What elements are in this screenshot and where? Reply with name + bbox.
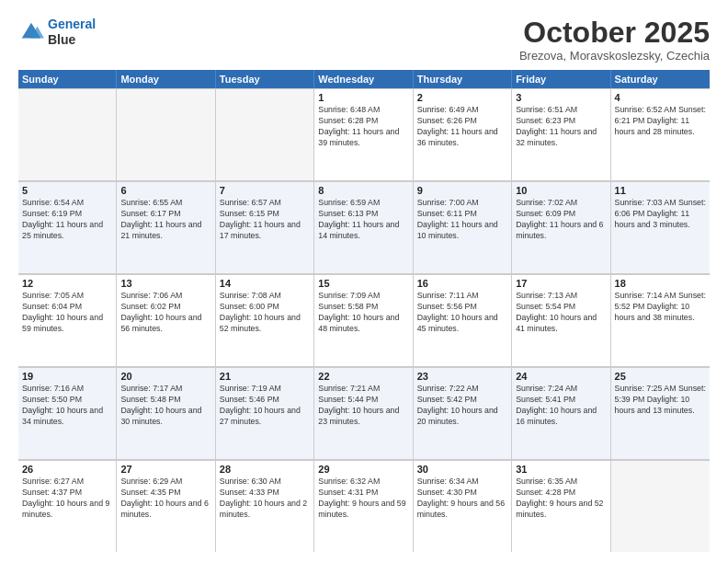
- day-info: Sunrise: 6:59 AM Sunset: 6:13 PM Dayligh…: [318, 198, 408, 242]
- day-cell-6: 6Sunrise: 6:55 AM Sunset: 6:17 PM Daylig…: [117, 181, 215, 273]
- day-info: Sunrise: 6:34 AM Sunset: 4:30 PM Dayligh…: [417, 477, 507, 521]
- day-info: Sunrise: 6:52 AM Sunset: 6:21 PM Dayligh…: [615, 105, 706, 138]
- day-number: 23: [417, 371, 507, 382]
- day-info: Sunrise: 6:32 AM Sunset: 4:31 PM Dayligh…: [318, 477, 408, 521]
- day-number: 15: [318, 278, 408, 289]
- day-info: Sunrise: 7:16 AM Sunset: 5:50 PM Dayligh…: [22, 384, 112, 428]
- day-info: Sunrise: 7:03 AM Sunset: 6:06 PM Dayligh…: [615, 198, 706, 231]
- day-cell-20: 20Sunrise: 7:17 AM Sunset: 5:48 PM Dayli…: [117, 367, 215, 459]
- calendar: SundayMondayTuesdayWednesdayThursdayFrid…: [18, 70, 710, 552]
- day-cell-10: 10Sunrise: 7:02 AM Sunset: 6:09 PM Dayli…: [512, 181, 610, 273]
- day-info: Sunrise: 7:05 AM Sunset: 6:04 PM Dayligh…: [22, 291, 112, 335]
- empty-cell-w4c6: [611, 460, 710, 552]
- empty-cell-w0c0: [18, 88, 117, 180]
- day-info: Sunrise: 6:54 AM Sunset: 6:19 PM Dayligh…: [22, 198, 112, 242]
- day-cell-4: 4Sunrise: 6:52 AM Sunset: 6:21 PM Daylig…: [611, 88, 710, 180]
- day-cell-16: 16Sunrise: 7:11 AM Sunset: 5:56 PM Dayli…: [414, 274, 512, 366]
- day-info: Sunrise: 7:13 AM Sunset: 5:54 PM Dayligh…: [516, 291, 606, 335]
- weekday-header-wednesday: Wednesday: [314, 70, 413, 88]
- day-info: Sunrise: 7:08 AM Sunset: 6:00 PM Dayligh…: [220, 291, 310, 335]
- weekday-header-thursday: Thursday: [414, 70, 512, 88]
- day-cell-14: 14Sunrise: 7:08 AM Sunset: 6:00 PM Dayli…: [216, 274, 314, 366]
- logo: General Blue: [18, 17, 96, 48]
- day-info: Sunrise: 7:25 AM Sunset: 5:39 PM Dayligh…: [615, 384, 706, 417]
- day-number: 29: [318, 464, 408, 475]
- day-number: 7: [220, 185, 310, 196]
- day-cell-25: 25Sunrise: 7:25 AM Sunset: 5:39 PM Dayli…: [611, 367, 710, 459]
- week-row-4: 19Sunrise: 7:16 AM Sunset: 5:50 PM Dayli…: [18, 367, 710, 460]
- day-info: Sunrise: 7:21 AM Sunset: 5:44 PM Dayligh…: [318, 384, 408, 428]
- day-info: Sunrise: 7:24 AM Sunset: 5:41 PM Dayligh…: [516, 384, 606, 428]
- day-info: Sunrise: 6:57 AM Sunset: 6:15 PM Dayligh…: [220, 198, 310, 242]
- day-number: 14: [220, 278, 310, 289]
- day-number: 9: [417, 185, 507, 196]
- day-cell-24: 24Sunrise: 7:24 AM Sunset: 5:41 PM Dayli…: [512, 367, 610, 459]
- day-cell-30: 30Sunrise: 6:34 AM Sunset: 4:30 PM Dayli…: [414, 460, 512, 552]
- day-number: 6: [120, 185, 210, 196]
- day-cell-28: 28Sunrise: 6:30 AM Sunset: 4:33 PM Dayli…: [216, 460, 314, 552]
- day-number: 31: [516, 464, 606, 475]
- day-cell-26: 26Sunrise: 6:27 AM Sunset: 4:37 PM Dayli…: [18, 460, 117, 552]
- day-cell-9: 9Sunrise: 7:00 AM Sunset: 6:11 PM Daylig…: [414, 181, 512, 273]
- day-cell-17: 17Sunrise: 7:13 AM Sunset: 5:54 PM Dayli…: [512, 274, 610, 366]
- day-number: 16: [417, 278, 507, 289]
- day-cell-11: 11Sunrise: 7:03 AM Sunset: 6:06 PM Dayli…: [611, 181, 710, 273]
- logo-text: General Blue: [48, 17, 96, 48]
- calendar-header: SundayMondayTuesdayWednesdayThursdayFrid…: [18, 70, 710, 88]
- day-cell-12: 12Sunrise: 7:05 AM Sunset: 6:04 PM Dayli…: [18, 274, 117, 366]
- day-number: 3: [516, 92, 606, 103]
- day-cell-23: 23Sunrise: 7:22 AM Sunset: 5:42 PM Dayli…: [414, 367, 512, 459]
- day-number: 26: [22, 464, 112, 475]
- day-info: Sunrise: 6:48 AM Sunset: 6:28 PM Dayligh…: [318, 105, 408, 149]
- day-number: 27: [120, 464, 210, 475]
- day-cell-18: 18Sunrise: 7:14 AM Sunset: 5:52 PM Dayli…: [611, 274, 710, 366]
- day-info: Sunrise: 6:29 AM Sunset: 4:35 PM Dayligh…: [120, 477, 210, 521]
- day-info: Sunrise: 6:30 AM Sunset: 4:33 PM Dayligh…: [220, 477, 310, 521]
- day-info: Sunrise: 7:09 AM Sunset: 5:58 PM Dayligh…: [318, 291, 408, 335]
- day-number: 8: [318, 185, 408, 196]
- logo-line2: Blue: [48, 32, 96, 48]
- day-number: 10: [516, 185, 606, 196]
- day-cell-13: 13Sunrise: 7:06 AM Sunset: 6:02 PM Dayli…: [117, 274, 215, 366]
- day-number: 17: [516, 278, 606, 289]
- day-cell-3: 3Sunrise: 6:51 AM Sunset: 6:23 PM Daylig…: [512, 88, 610, 180]
- day-number: 25: [615, 371, 706, 382]
- weekday-header-monday: Monday: [117, 70, 215, 88]
- week-row-1: 1Sunrise: 6:48 AM Sunset: 6:28 PM Daylig…: [18, 88, 710, 181]
- day-number: 22: [318, 371, 408, 382]
- day-info: Sunrise: 6:51 AM Sunset: 6:23 PM Dayligh…: [516, 105, 606, 149]
- day-number: 1: [318, 92, 408, 103]
- day-number: 21: [220, 371, 310, 382]
- day-number: 13: [120, 278, 210, 289]
- title-block: October 2025 Brezova, Moravskoslezsky, C…: [519, 17, 710, 63]
- day-number: 20: [120, 371, 210, 382]
- weekday-header-saturday: Saturday: [611, 70, 710, 88]
- day-number: 4: [615, 92, 706, 103]
- day-info: Sunrise: 6:27 AM Sunset: 4:37 PM Dayligh…: [22, 477, 112, 521]
- logo-icon: [18, 19, 44, 45]
- day-cell-29: 29Sunrise: 6:32 AM Sunset: 4:31 PM Dayli…: [314, 460, 413, 552]
- day-info: Sunrise: 6:49 AM Sunset: 6:26 PM Dayligh…: [417, 105, 507, 149]
- day-info: Sunrise: 7:22 AM Sunset: 5:42 PM Dayligh…: [417, 384, 507, 428]
- day-info: Sunrise: 7:11 AM Sunset: 5:56 PM Dayligh…: [417, 291, 507, 335]
- weekday-header-friday: Friday: [512, 70, 610, 88]
- page: General Blue October 2025 Brezova, Morav…: [0, 0, 728, 563]
- month-title: October 2025: [519, 17, 710, 49]
- logo-line1: General: [48, 17, 96, 31]
- day-info: Sunrise: 6:35 AM Sunset: 4:28 PM Dayligh…: [516, 477, 606, 521]
- day-cell-8: 8Sunrise: 6:59 AM Sunset: 6:13 PM Daylig…: [314, 181, 413, 273]
- day-cell-22: 22Sunrise: 7:21 AM Sunset: 5:44 PM Dayli…: [314, 367, 413, 459]
- day-number: 11: [615, 185, 706, 196]
- day-cell-27: 27Sunrise: 6:29 AM Sunset: 4:35 PM Dayli…: [117, 460, 215, 552]
- day-info: Sunrise: 7:06 AM Sunset: 6:02 PM Dayligh…: [120, 291, 210, 335]
- day-number: 18: [615, 278, 706, 289]
- week-row-2: 5Sunrise: 6:54 AM Sunset: 6:19 PM Daylig…: [18, 181, 710, 274]
- day-info: Sunrise: 7:19 AM Sunset: 5:46 PM Dayligh…: [220, 384, 310, 428]
- empty-cell-w0c2: [216, 88, 314, 180]
- day-cell-31: 31Sunrise: 6:35 AM Sunset: 4:28 PM Dayli…: [512, 460, 610, 552]
- day-number: 30: [417, 464, 507, 475]
- week-row-3: 12Sunrise: 7:05 AM Sunset: 6:04 PM Dayli…: [18, 274, 710, 367]
- day-info: Sunrise: 6:55 AM Sunset: 6:17 PM Dayligh…: [120, 198, 210, 242]
- day-number: 12: [22, 278, 112, 289]
- day-info: Sunrise: 7:14 AM Sunset: 5:52 PM Dayligh…: [615, 291, 706, 324]
